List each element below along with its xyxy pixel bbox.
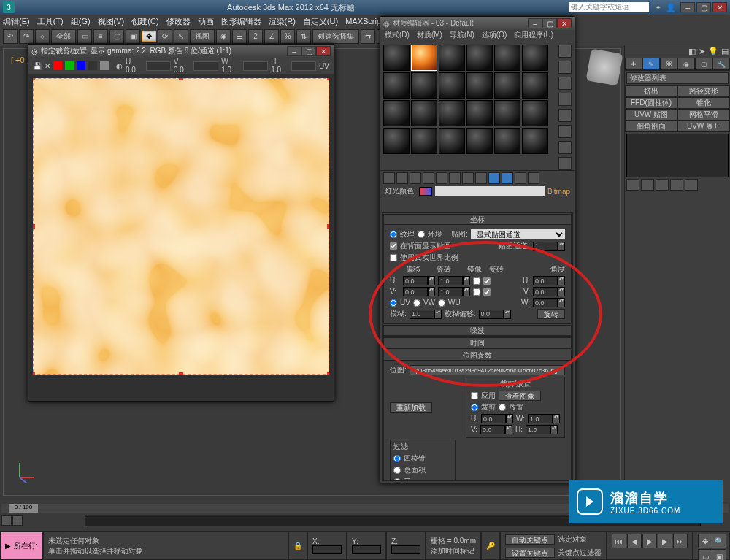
put-to-lib-icon[interactable] [462,172,474,184]
material-type-button[interactable]: Bitmap [548,188,570,196]
crop-v-field[interactable] [480,425,505,434]
menu-views[interactable]: 视图(V) [98,16,125,27]
selection-filter[interactable]: 全部 [51,29,76,44]
u-offset-field[interactable] [403,276,428,285]
uv-radio[interactable] [390,299,397,307]
mirror-button[interactable]: ⇆ [361,29,375,44]
track-filter-icon[interactable] [12,515,23,526]
snap-percent-button[interactable]: % [280,29,295,44]
goto-end-icon[interactable]: ⏭ [673,534,688,548]
w-angle-field[interactable] [533,298,558,307]
snap-angle-button[interactable]: ∠ [264,29,279,44]
link-button[interactable]: ⟐ [35,29,50,44]
spinner-snap-button[interactable]: ⇅ [296,29,311,44]
material-slot[interactable] [411,100,437,126]
channel-mono-icon[interactable] [100,61,109,70]
crop-h-field[interactable] [526,425,550,434]
show-back-checkbox[interactable] [390,242,397,250]
menu-grapheditors[interactable]: 图形编辑器 [221,16,261,27]
prev-frame-icon[interactable]: ◀ [627,534,642,548]
v-angle-field[interactable] [533,287,558,296]
redo-button[interactable]: ↷ [19,29,34,44]
options-icon[interactable] [558,141,572,154]
channel-red-icon[interactable] [53,61,62,70]
material-slot[interactable] [411,72,437,99]
search-box[interactable]: 键入关键字或短语 [569,2,649,12]
menu-animation[interactable]: 动画 [198,16,214,27]
panel-btn[interactable]: 倒角剖面 [625,120,677,132]
u-mirror-checkbox[interactable] [473,277,480,285]
panel-btn[interactable]: 网格平滑 [677,109,730,120]
mat-menu-navigation[interactable]: 导航(N) [450,30,474,42]
modifier-list-dropdown[interactable]: 修改器列表 [626,72,729,84]
go-parent-icon[interactable] [515,172,526,184]
next-frame-icon[interactable]: ▶ [658,534,672,548]
real-world-checkbox[interactable] [390,254,397,261]
motion-tab[interactable]: ◉ [677,58,695,70]
time-header[interactable]: 时间 [384,338,571,348]
video-color-icon[interactable] [558,109,572,122]
select-manip-button[interactable]: ☰ [232,29,247,44]
mat-menu-utilities[interactable]: 实用程序(U) [514,30,553,42]
panel-btn[interactable]: 路径变形 [677,85,730,97]
menu-customize[interactable]: 自定义(U) [303,16,338,27]
material-slot[interactable] [383,72,410,99]
material-slot[interactable] [522,72,548,99]
material-slot[interactable] [494,100,520,126]
filter-sum-radio[interactable] [393,467,401,474]
select-rect-button[interactable]: ▢ [110,29,124,44]
backlight-icon[interactable] [558,61,572,74]
put-to-scene-icon[interactable] [396,172,408,184]
v-offset-field[interactable] [403,287,428,296]
u-tile-field[interactable] [438,276,463,285]
make-copy-icon[interactable] [436,172,447,184]
undo-button[interactable]: ↶ [3,29,18,44]
crop-u-field[interactable] [146,61,171,71]
blur-field[interactable] [410,310,434,319]
get-material-icon[interactable] [383,172,395,184]
crop-radio[interactable] [471,404,478,411]
crop-preview-image[interactable] [33,78,329,375]
maximize-button[interactable]: ▢ [696,2,711,12]
fov-icon[interactable]: ▭ [698,549,712,560]
set-key-button[interactable]: 设置关键点 [505,548,555,558]
light-color-swatch[interactable] [419,187,432,196]
material-slot[interactable] [494,45,520,71]
material-slot[interactable] [439,72,465,99]
bulb-icon[interactable]: 💡 [708,47,718,56]
material-slot[interactable] [383,45,410,71]
material-slot[interactable] [466,45,493,71]
viewcube-icon[interactable] [586,49,623,86]
sample-uv-icon[interactable] [558,93,572,106]
material-name-field[interactable] [435,186,545,196]
crop-w-field[interactable] [243,61,268,71]
material-slot[interactable] [466,128,493,154]
show-map-icon[interactable] [488,172,500,184]
remove-mod-icon[interactable] [670,179,683,191]
blur-offset-field[interactable] [479,310,504,319]
channel-green-icon[interactable] [65,61,74,70]
modify-tab[interactable]: ✎ [642,58,660,70]
z-coord-field[interactable] [391,545,420,554]
material-slot[interactable] [522,100,548,126]
map-channel-field[interactable] [533,242,558,251]
crop-h-field[interactable] [291,61,316,71]
crop-close-button[interactable]: ✕ [316,46,331,56]
config-sets-icon[interactable] [685,179,698,191]
reference-system[interactable]: 视图 [190,29,215,44]
add-time-tag[interactable]: 添加时间标记 [431,546,476,556]
v-tile-field[interactable] [438,287,463,296]
select-by-mat-icon[interactable] [558,157,572,170]
play-icon[interactable]: ▶ [642,534,657,548]
window-crossing-button[interactable]: ▣ [126,29,140,44]
channel-alpha-icon[interactable] [88,61,97,70]
snap-2d-button[interactable]: 2 [248,29,263,44]
hierarchy-tab[interactable]: ⌘ [660,58,677,70]
material-slot[interactable] [522,45,548,71]
track-set-icon[interactable] [1,515,12,526]
filter-pyr-radio[interactable] [393,455,401,462]
create-tab[interactable]: ✚ [625,58,642,70]
panel-btn[interactable]: 锥化 [677,97,730,109]
named-selection[interactable]: 创建选择集 [312,29,359,44]
menu-tools[interactable]: 工具(T) [37,16,64,27]
